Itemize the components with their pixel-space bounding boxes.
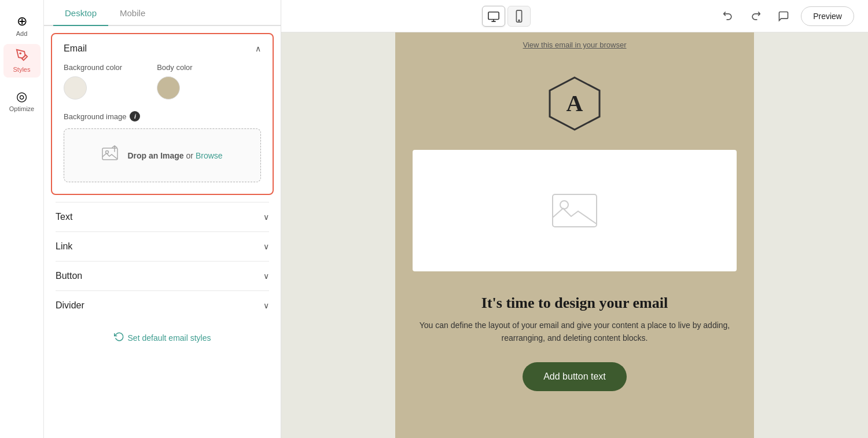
- color-row: Background color Body color: [64, 63, 261, 100]
- toolbar-right: Preview: [718, 6, 854, 27]
- email-text-section: It's time to design your email You can d…: [395, 283, 754, 351]
- text-section-title: Text: [56, 212, 72, 222]
- background-image-label-row: Background image i: [64, 111, 261, 122]
- styles-icon: [16, 49, 28, 65]
- button-section-title: Button: [56, 271, 82, 281]
- email-body-text: You can define the layout of your email …: [418, 319, 731, 345]
- svg-text:A: A: [567, 90, 583, 116]
- hex-logo: A: [546, 75, 604, 132]
- reset-icon: [114, 332, 124, 344]
- background-color-label: Background color: [64, 63, 122, 72]
- optimize-icon: ◎: [16, 89, 27, 104]
- text-section[interactable]: Text ∨: [44, 203, 281, 231]
- svg-point-9: [560, 201, 568, 209]
- add-label: Add: [16, 30, 28, 37]
- set-default-label: Set default email styles: [128, 333, 211, 343]
- svg-point-5: [518, 20, 520, 21]
- email-logo-section: A: [395, 57, 754, 144]
- browser-link[interactable]: View this email in your browser: [523, 41, 627, 49]
- svg-rect-3: [488, 12, 499, 19]
- svg-rect-8: [553, 194, 597, 227]
- email-section: Email ∧ Background color Body color: [51, 33, 274, 195]
- email-section-title: Email: [64, 43, 87, 54]
- comment-btn[interactable]: [773, 6, 794, 27]
- icon-bar: ⊕ Add Styles ◎ Optimize: [0, 0, 44, 438]
- sidebar-item-styles[interactable]: Styles: [3, 44, 41, 78]
- text-chevron-icon: ∨: [263, 212, 269, 222]
- view-tabs: Desktop Mobile: [44, 0, 281, 26]
- email-chevron-icon: ∧: [255, 44, 261, 53]
- drop-or-text: or: [186, 151, 196, 160]
- panel-content: Email ∧ Background color Body color: [44, 26, 281, 438]
- image-placeholder-icon: [551, 193, 598, 228]
- svg-rect-1: [102, 148, 117, 160]
- email-button-section: Add button text: [395, 351, 754, 408]
- optimize-label: Optimize: [9, 105, 34, 112]
- drop-zone[interactable]: Drop an Image or Browse: [64, 128, 261, 182]
- tab-mobile[interactable]: Mobile: [108, 0, 157, 26]
- background-color-swatch[interactable]: [64, 76, 87, 100]
- collapsed-sections: Text ∨ Link ∨ Button ∨ Divider ∨: [44, 202, 281, 320]
- email-headline: It's time to design your email: [418, 295, 731, 312]
- main-area: Preview View this email in your browser …: [281, 0, 868, 438]
- tab-desktop[interactable]: Desktop: [53, 0, 108, 26]
- email-section-body: Background color Body color Background i…: [52, 63, 273, 194]
- sidebar-item-add[interactable]: ⊕ Add: [3, 9, 41, 42]
- email-canvas: View this email in your browser A It: [395, 32, 754, 438]
- browse-link[interactable]: Browse: [196, 151, 223, 160]
- email-cta-button[interactable]: Add button text: [523, 362, 627, 391]
- mobile-device-btn[interactable]: [507, 6, 531, 27]
- email-section-header[interactable]: Email ∧: [52, 34, 273, 63]
- desktop-device-btn[interactable]: [482, 6, 505, 27]
- toolbar-center: [482, 6, 531, 27]
- set-default-styles-link[interactable]: Set default email styles: [44, 320, 281, 356]
- link-section[interactable]: Link ∨: [44, 232, 281, 261]
- toolbar: Preview: [281, 0, 868, 32]
- sidebar-item-optimize[interactable]: ◎ Optimize: [3, 84, 41, 117]
- body-color-item: Body color: [157, 63, 192, 100]
- browser-link-section: View this email in your browser: [395, 32, 754, 57]
- image-upload-icon: [102, 145, 120, 165]
- drop-zone-text: Drop an Image or Browse: [127, 151, 222, 160]
- background-image-label-text: Background image: [64, 112, 126, 121]
- body-color-swatch[interactable]: [157, 76, 180, 100]
- undo-btn[interactable]: [718, 6, 738, 27]
- info-icon[interactable]: i: [130, 111, 140, 122]
- preview-btn[interactable]: Preview: [801, 6, 854, 26]
- button-chevron-icon: ∨: [263, 271, 269, 281]
- divider-section-title: Divider: [56, 300, 84, 311]
- divider-section[interactable]: Divider ∨: [44, 291, 281, 320]
- redo-btn[interactable]: [745, 6, 766, 27]
- link-section-title: Link: [56, 241, 72, 252]
- link-chevron-icon: ∨: [263, 242, 269, 251]
- background-color-item: Background color: [64, 63, 122, 100]
- drop-text-bold: Drop an Image: [127, 151, 183, 160]
- canvas-area: View this email in your browser A It: [281, 32, 868, 438]
- body-color-label: Body color: [157, 63, 192, 72]
- styles-label: Styles: [13, 66, 31, 73]
- svg-point-0: [19, 52, 21, 54]
- add-icon: ⊕: [17, 14, 27, 29]
- button-section[interactable]: Button ∨: [44, 262, 281, 290]
- email-image-block: [413, 150, 737, 271]
- divider-chevron-icon: ∨: [263, 301, 269, 310]
- sidebar-panel: Desktop Mobile Email ∧ Background color …: [44, 0, 281, 438]
